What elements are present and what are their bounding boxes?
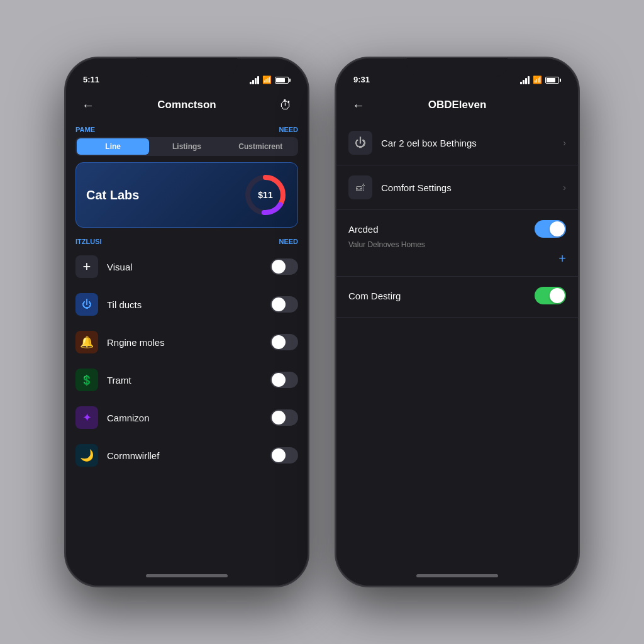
toggle-0[interactable]: [270, 258, 298, 275]
list-item-1[interactable]: ⏻ Til ducts: [65, 286, 308, 323]
signal-icon-right: [520, 76, 530, 84]
list-icon-1: ⏻: [75, 293, 98, 316]
settings-icon-1: 🛋: [348, 175, 372, 199]
notch-right: [407, 58, 508, 77]
time-left: 5:11: [83, 75, 99, 84]
scene: 5:11 📶 ← Comnctson ⏱: [0, 0, 644, 644]
section-top-right: need: [279, 126, 298, 133]
list-item-4[interactable]: ✦ Camnizon: [65, 399, 308, 436]
toggle-row-0: Arcded Valur Delnoves Homes +: [336, 210, 579, 277]
list-icon-add: +: [75, 255, 98, 278]
toggle-header-1: Com Destirg: [348, 287, 566, 304]
list-label-0: Visual: [107, 262, 262, 272]
settings-label-1: Comfort Settings: [381, 182, 554, 193]
segment-line[interactable]: Line: [77, 138, 149, 155]
nav-title-right: OBDEleven: [369, 99, 546, 111]
toggle-2[interactable]: [270, 334, 298, 350]
signal-icon: [250, 76, 259, 84]
list-label-3: Tramt: [107, 375, 262, 386]
wifi-icon: 📶: [262, 75, 272, 84]
wifi-icon-right: 📶: [533, 75, 542, 84]
screen-content-left: PAME need Line Listings Custmicrent Cat …: [65, 121, 308, 565]
list-icon-2: 🔔: [75, 331, 98, 353]
card-title: Cat Labs: [86, 188, 139, 203]
time-right: 9:31: [353, 75, 370, 84]
toggle-3[interactable]: [270, 372, 298, 388]
chevron-icon-0: ›: [563, 138, 566, 148]
toggle-subtitle-0: Valur Delnoves Homes: [348, 240, 566, 249]
settings-icon-0: ⏻: [348, 131, 372, 155]
featured-card: Cat Labs $11: [75, 162, 298, 228]
phone-right: 9:31 📶 ← OBDEleven: [335, 57, 580, 587]
list-item-2[interactable]: 🔔 Rngine moles: [65, 323, 308, 361]
list-label-right: need: [279, 238, 298, 245]
toggle-arcded[interactable]: [535, 220, 566, 238]
home-indicator-right: [336, 565, 579, 586]
list-icon-3: 💲: [75, 369, 98, 391]
list-item-3[interactable]: 💲 Tramt: [65, 361, 308, 399]
toggle-comdestirg[interactable]: [535, 287, 566, 304]
battery-icon: [275, 77, 291, 84]
list-label-5: Cormnwirllef: [107, 450, 262, 461]
back-button-right[interactable]: ←: [348, 98, 369, 113]
segment-control: Line Listings Custmicrent: [75, 137, 298, 156]
toggle-title-1: Com Destirg: [348, 291, 401, 301]
toggle-title-0: Arcded: [348, 224, 379, 235]
notch-left: [136, 58, 237, 77]
toggle-4[interactable]: [270, 409, 298, 426]
list-icon-5: 🌙: [75, 444, 98, 467]
donut-chart: $11: [243, 173, 287, 217]
segment-custom[interactable]: Custmicrent: [225, 138, 297, 155]
settings-row-1[interactable]: 🛋 Comfort Settings ›: [336, 165, 579, 210]
list-section-label: ITZLUSI need: [65, 235, 308, 248]
toggle-header-0: Arcded: [348, 220, 566, 238]
nav-bar-left: ← Comnctson ⏱: [65, 89, 308, 121]
plus-button-0[interactable]: +: [348, 252, 566, 266]
status-icons-left: 📶: [250, 75, 291, 84]
nav-title-left: Comnctson: [98, 99, 275, 111]
settings-section: ⏻ Car 2 oel box Bethings › 🛋 Comfort Set…: [336, 121, 579, 565]
toggle-row-1: Com Destirg: [336, 277, 579, 318]
section-top-label: PAME: [75, 126, 95, 133]
list-icon-4: ✦: [75, 406, 98, 429]
phone-left: 5:11 📶 ← Comnctson ⏱: [64, 57, 309, 587]
status-icons-right: 📶: [520, 75, 561, 84]
list-label-2: Rngine moles: [107, 337, 262, 348]
section-label-top: PAME need: [65, 121, 308, 137]
home-indicator-left: [65, 565, 308, 586]
chevron-icon-1: ›: [563, 182, 566, 192]
segment-listings[interactable]: Listings: [150, 138, 223, 155]
clock-icon[interactable]: ⏱: [275, 98, 296, 113]
toggle-1[interactable]: [270, 296, 298, 313]
settings-label-0: Car 2 oel box Bethings: [381, 138, 554, 148]
list-item-0[interactable]: + Visual: [65, 248, 308, 286]
list-item-5[interactable]: 🌙 Cormnwirllef: [65, 436, 308, 474]
nav-bar-right: ← OBDEleven: [336, 89, 579, 121]
list-label-text: ITZLUSI: [75, 238, 102, 245]
settings-row-0[interactable]: ⏻ Car 2 oel box Bethings ›: [336, 121, 579, 165]
battery-icon-right: [545, 77, 561, 84]
toggle-5[interactable]: [270, 447, 298, 464]
back-button-left[interactable]: ←: [78, 98, 98, 113]
list-label-1: Til ducts: [107, 299, 262, 310]
list-label-4: Camnizon: [107, 413, 262, 423]
card-value: $11: [258, 190, 272, 200]
